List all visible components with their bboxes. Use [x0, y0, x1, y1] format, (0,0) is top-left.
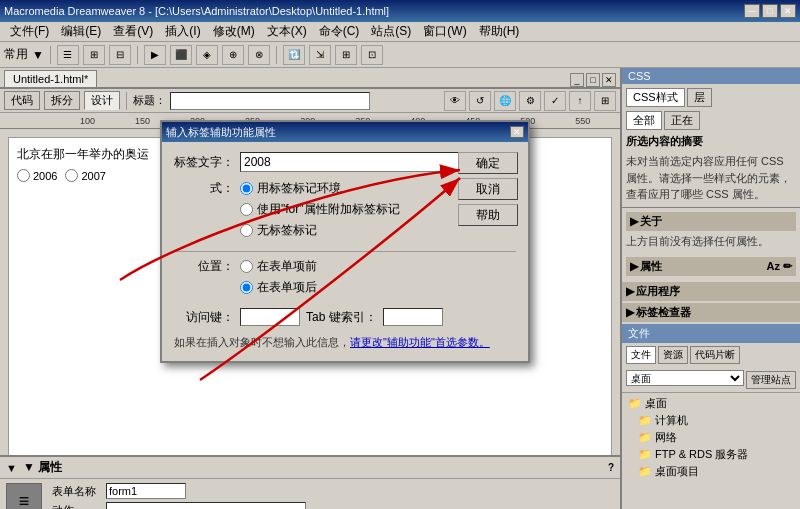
- menu-command[interactable]: 命令(C): [313, 22, 366, 41]
- access-key-input[interactable]: [240, 308, 300, 326]
- position-after-radio[interactable]: [240, 281, 253, 294]
- file-panel-header: 文件: [622, 324, 800, 343]
- folder-icon-desktop-items: 📁: [638, 465, 652, 478]
- doc-restore-btn[interactable]: _: [570, 73, 584, 87]
- tag-inspector-header[interactable]: ▶ 标签检查器: [622, 303, 800, 322]
- position-before-radio[interactable]: [240, 260, 253, 273]
- toolbar-separator-1: [50, 46, 51, 64]
- transfer-btn[interactable]: ↑: [569, 91, 591, 111]
- toolbar-btn-5[interactable]: ⬛: [170, 45, 192, 65]
- css-about-header: ▶ 关于: [626, 212, 796, 231]
- radio-2006[interactable]: [17, 169, 30, 182]
- file-item-desktop-items[interactable]: 📁 桌面项目: [626, 463, 796, 480]
- file-tab-files[interactable]: 文件: [626, 346, 656, 364]
- menu-text[interactable]: 文本(X): [261, 22, 313, 41]
- toolbar-btn-7[interactable]: ⊕: [222, 45, 244, 65]
- preview-btn[interactable]: 👁: [444, 91, 466, 111]
- toolbar-btn-10[interactable]: ⇲: [309, 45, 331, 65]
- menu-modify[interactable]: 修改(M): [207, 22, 261, 41]
- file-panel-tabs: 文件 资源 代码片断 桌面 管理站点: [622, 343, 800, 393]
- css-about-section: ▶ 关于 上方目前没有选择任何属性。: [622, 208, 800, 254]
- properties-panel: ▼ ▼ 属性 ? ≡ 表单名称 动作 方法: [0, 455, 620, 509]
- css-about-arrow: ▶: [630, 215, 638, 228]
- menu-view[interactable]: 查看(V): [107, 22, 159, 41]
- radio-option-2006: 2006: [17, 169, 57, 182]
- file-item-network[interactable]: 📁 网络: [626, 429, 796, 446]
- modal-footer-link[interactable]: 请更改"辅助功能"首选参数。: [350, 336, 490, 348]
- menu-window[interactable]: 窗口(W): [417, 22, 472, 41]
- css-about-title: 关于: [640, 214, 662, 229]
- file-item-ftp[interactable]: 📁 FTP & RDS 服务器: [626, 446, 796, 463]
- window-controls: ─ □ ✕: [744, 4, 796, 18]
- form-name-input[interactable]: [106, 483, 186, 499]
- radio-option-2007: 2007: [65, 169, 105, 182]
- title-input[interactable]: [170, 92, 370, 110]
- maximize-btn[interactable]: □: [762, 4, 778, 18]
- toolbar-btn-2[interactable]: ⊞: [83, 45, 105, 65]
- radio-2007[interactable]: [65, 169, 78, 182]
- menu-file[interactable]: 文件(F): [4, 22, 55, 41]
- toolbar-btn-8[interactable]: ⊗: [248, 45, 270, 65]
- app-programs-label: 应用程序: [636, 284, 680, 299]
- css-description: 未对当前选定内容应用任何 CSS 属性。请选择一些样式化的元素，查看应用了哪些 …: [626, 153, 796, 203]
- modal-cancel-btn[interactable]: 取消: [458, 178, 518, 200]
- close-btn[interactable]: ✕: [780, 4, 796, 18]
- tag-inspector-label: 标签检查器: [636, 305, 691, 320]
- action-input[interactable]: [106, 502, 306, 509]
- toolbar-btn-6[interactable]: ◈: [196, 45, 218, 65]
- design-tab[interactable]: 设计: [84, 91, 120, 110]
- split-tab[interactable]: 拆分: [44, 91, 80, 110]
- properties-help-icon: ?: [608, 462, 614, 473]
- css-all-tab[interactable]: 全部: [626, 111, 662, 130]
- toolbar-btn-9[interactable]: 🔃: [283, 45, 305, 65]
- file-tab-resources[interactable]: 资源: [658, 346, 688, 364]
- file-item-computer[interactable]: 📁 计算机: [626, 412, 796, 429]
- menu-help[interactable]: 帮助(H): [473, 22, 526, 41]
- file-item-desktop[interactable]: 📁 桌面: [626, 395, 796, 412]
- toolbar-separator-3: [276, 46, 277, 64]
- toolbar-btn-12[interactable]: ⊡: [361, 45, 383, 65]
- code-tab[interactable]: 代码: [4, 91, 40, 110]
- menu-insert[interactable]: 插入(I): [159, 22, 206, 41]
- validate-btn[interactable]: ✓: [544, 91, 566, 111]
- modal-help-btn[interactable]: 帮助: [458, 204, 518, 226]
- folder-icon-computer: 📁: [638, 414, 652, 427]
- file-tree: 📁 桌面 📁 计算机 📁 网络 📁 FTP & RDS 服务器 📁 桌面项目: [622, 393, 800, 509]
- title-text: Macromedia Dreamweaver 8 - [C:\Users\Adm…: [4, 5, 389, 17]
- doc-max-btn[interactable]: □: [586, 73, 600, 87]
- css-styles-tab[interactable]: CSS样式: [626, 88, 685, 107]
- radio-2006-label: 2006: [33, 170, 57, 182]
- file-label-network: 网络: [655, 430, 677, 445]
- style-radio-2[interactable]: [240, 203, 253, 216]
- css-current-tab[interactable]: 正在: [664, 111, 700, 130]
- title-bar: Macromedia Dreamweaver 8 - [C:\Users\Adm…: [0, 0, 800, 22]
- file-location-select[interactable]: 桌面: [626, 370, 744, 386]
- tab-index-input[interactable]: [383, 308, 443, 326]
- css-properties-icons: Az ✏: [767, 260, 793, 273]
- browser-btn[interactable]: 🌐: [494, 91, 516, 111]
- menu-site[interactable]: 站点(S): [365, 22, 417, 41]
- css-layers-tab[interactable]: 层: [687, 88, 712, 107]
- app-programs-header[interactable]: ▶ 应用程序: [622, 282, 800, 301]
- file-tab-snippets[interactable]: 代码片断: [690, 346, 740, 364]
- expand-btn[interactable]: ⊞: [594, 91, 616, 111]
- modal-confirm-btn[interactable]: 确定: [458, 152, 518, 174]
- doc-tab[interactable]: Untitled-1.html*: [4, 70, 97, 87]
- toolbar-btn-3[interactable]: ⊟: [109, 45, 131, 65]
- app-title: Macromedia Dreamweaver 8 - [C:\Users\Adm…: [4, 5, 389, 17]
- doc-close-btn[interactable]: ✕: [602, 73, 616, 87]
- style-radio-1[interactable]: [240, 182, 253, 195]
- menu-edit[interactable]: 编辑(E): [55, 22, 107, 41]
- toolbar-btn-1[interactable]: ☰: [57, 45, 79, 65]
- style-radio-3[interactable]: [240, 224, 253, 237]
- form-name-label: 表单名称: [52, 484, 102, 499]
- toolbar-btn-11[interactable]: ⊞: [335, 45, 357, 65]
- css-summary-title: 所选内容的摘要: [626, 134, 796, 149]
- toolbar-btn-4[interactable]: ▶: [144, 45, 166, 65]
- refresh-btn[interactable]: ↺: [469, 91, 491, 111]
- style-option-1-item: 用标签标记环境: [240, 180, 400, 197]
- modal-close-btn[interactable]: ✕: [510, 126, 524, 138]
- debug-btn[interactable]: ⚙: [519, 91, 541, 111]
- minimize-btn[interactable]: ─: [744, 4, 760, 18]
- manage-sites-btn[interactable]: 管理站点: [746, 371, 796, 389]
